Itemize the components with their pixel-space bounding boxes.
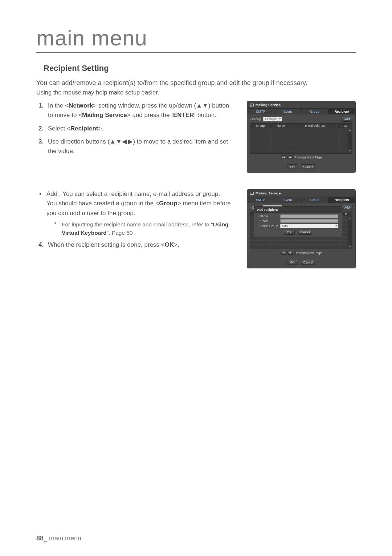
table-header: Group Name e-Mail Address Del	[250, 124, 352, 128]
table-row[interactable]	[250, 132, 348, 136]
bullet-add: Add : You can select a recipient name, e…	[38, 189, 236, 237]
ms-window: Mailing Service SMTP Event Group Recipie…	[247, 101, 356, 173]
group-row: · Group All Group Add	[250, 117, 352, 122]
pager: ◂◂ ▸▸ Previous/Next Page	[250, 154, 352, 160]
prev-page-button[interactable]: ◂◂	[281, 251, 286, 255]
t: OK	[165, 241, 174, 248]
scroll-track[interactable]	[348, 221, 352, 245]
scroll-track[interactable]	[348, 132, 352, 149]
th-group: Group	[250, 124, 271, 128]
sub-note-item: For inputting the recipient name and ema…	[54, 220, 236, 237]
table-row[interactable]	[250, 128, 348, 132]
ms-footer: OK Cancel	[247, 162, 355, 172]
screenshot-2: Mailing Service SMTP Event Group Recipie…	[247, 189, 356, 278]
name-input[interactable]	[280, 214, 338, 218]
table-row[interactable]	[250, 140, 348, 144]
tab-event[interactable]: Event	[274, 197, 302, 203]
intro-subtext: Using the mouse may help make setup easi…	[36, 89, 356, 96]
ok-button[interactable]: OK	[287, 260, 298, 265]
tab-group[interactable]: Group	[302, 197, 329, 203]
tab-event[interactable]: Event	[274, 109, 302, 114]
group-dropdown[interactable]: All Group	[263, 117, 282, 121]
select-group-row: · Select Group ABC	[258, 224, 338, 228]
intro-text: You can add/remove a recipient(s) to/fro…	[36, 78, 356, 88]
scrollbar[interactable]: ▴ ▾	[348, 128, 352, 153]
pager-label: Previous/Next Page	[294, 156, 322, 159]
dialog-body: · Name · Email · Select Group ABC	[254, 213, 342, 235]
dialog-footer: OK Cancel	[258, 230, 338, 235]
tab-smtp[interactable]: SMTP	[247, 109, 274, 114]
t: >.	[98, 125, 103, 132]
email-row: · Email	[258, 219, 338, 223]
page-footer: 88_ main menu	[36, 535, 81, 542]
scroll-down-icon[interactable]: ▾	[348, 149, 352, 153]
next-page-button[interactable]: ▸▸	[287, 155, 293, 159]
table-row[interactable]	[250, 144, 348, 148]
t: For inputting the recipient name and ema…	[62, 221, 213, 227]
ms-footer: OK Cancel	[247, 258, 355, 268]
scroll-up-icon[interactable]: ▴	[348, 128, 352, 132]
next-page-button[interactable]: ▸▸	[287, 251, 293, 255]
tab-recipient[interactable]: Recipient	[328, 197, 355, 203]
ms-titlebar: Mailing Service	[247, 190, 355, 197]
th-del: Del	[340, 124, 352, 128]
ms-titlebar: Mailing Service	[247, 101, 355, 109]
footer-label: main menu	[49, 535, 81, 542]
t: Mailing Service	[82, 112, 127, 118]
step-3: Use direction buttons (▲▼◀ ▶) to move to…	[38, 137, 236, 156]
scroll-down-icon[interactable]: ▾	[348, 245, 352, 249]
add-recipient-dialog: Add recipient · Name · Email ·	[254, 206, 342, 237]
table-row[interactable]	[250, 136, 348, 140]
table-row[interactable]	[250, 240, 348, 244]
recipient-table: Group Name e-Mail Address Del	[250, 123, 352, 154]
prev-page-button[interactable]: ◂◂	[281, 155, 286, 159]
steps-col: In the <Network> setting window, press t…	[36, 101, 240, 160]
t: In the <	[48, 102, 69, 109]
cancel-button[interactable]: Cancel	[301, 260, 315, 265]
email-input[interactable]	[280, 219, 338, 223]
ok-button[interactable]: OK	[287, 164, 298, 169]
table-rows	[250, 128, 348, 153]
step-2: Select <Recipient>.	[38, 124, 236, 133]
mail-icon	[250, 192, 254, 195]
screenshot-1: Mailing Service SMTP Event Group Recipie…	[247, 101, 356, 182]
ms-body: · Group All Group Add Group Name e-Mail …	[247, 114, 355, 162]
scroll-up-icon[interactable]: ▴	[348, 216, 352, 221]
table-row[interactable]	[250, 244, 348, 248]
dialog-ok-button[interactable]: OK	[284, 230, 295, 235]
t: ] button.	[194, 112, 216, 118]
table-body: ▴ ▾	[250, 128, 352, 153]
t: >.	[174, 241, 179, 248]
add-button[interactable]: Add	[342, 205, 352, 210]
scrollbar[interactable]: ▴ ▾	[348, 216, 352, 249]
dialog-title: Add recipient	[254, 207, 342, 213]
t: Select <	[48, 125, 70, 132]
cancel-button[interactable]: Cancel	[301, 164, 315, 169]
th-name: Name	[271, 124, 291, 128]
dialog-cancel-button[interactable]: Cancel	[298, 230, 312, 235]
add-button[interactable]: Add	[342, 117, 352, 122]
tab-smtp[interactable]: SMTP	[247, 197, 274, 203]
select-group-dropdown[interactable]: ABC	[280, 224, 338, 228]
t: ". Page 50	[107, 230, 133, 236]
ms-tabs: SMTP Event Group Recipient	[247, 109, 355, 114]
manual-page: main menu Recipient Setting You can add/…	[0, 0, 392, 556]
th-mail: e-Mail Address	[291, 124, 340, 128]
tab-recipient[interactable]: Recipient	[328, 109, 355, 114]
steps-list: In the <Network> setting window, press t…	[38, 101, 236, 156]
footer-sep: _	[44, 535, 49, 542]
email-label: · Email	[258, 219, 278, 223]
pager-label: Previous/Next Page	[294, 251, 322, 255]
t: Recipient	[70, 125, 98, 132]
t: ENTER	[173, 112, 194, 118]
tab-group[interactable]: Group	[302, 109, 329, 114]
steps-list-cont: When the recipient setting is done, pres…	[38, 240, 236, 250]
step-4: When the recipient setting is done, pres…	[38, 240, 236, 250]
ms-window: Mailing Service SMTP Event Group Recipie…	[247, 189, 356, 268]
sub-note: For inputting the recipient name and ema…	[54, 220, 236, 237]
t: Group	[159, 200, 177, 207]
ms-body: · Group ABC Add Gr Del	[247, 203, 355, 258]
section-title: Recipient Setting	[44, 64, 356, 73]
table-row[interactable]	[250, 148, 348, 152]
t: Network	[69, 102, 93, 109]
